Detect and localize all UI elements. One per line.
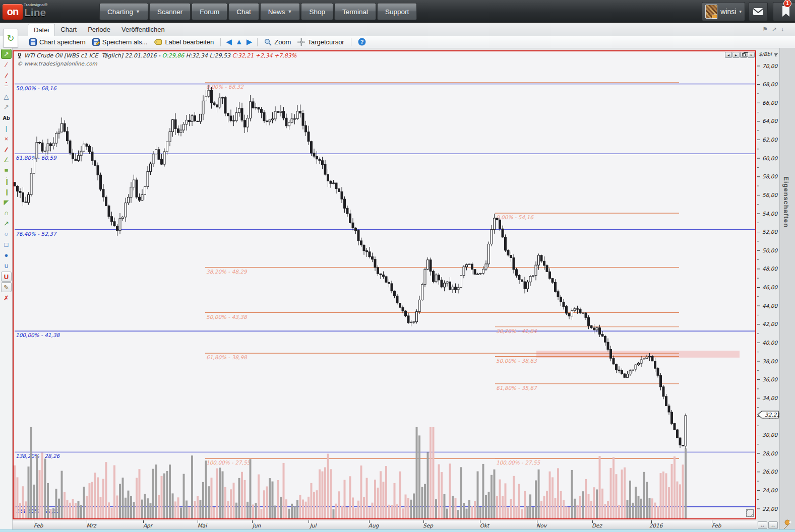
magnet-tool-icon[interactable]: U: [1, 272, 12, 282]
time-axis-label: Mai: [198, 522, 207, 528]
ellipse-tool-icon[interactable]: ○: [0, 229, 13, 239]
help-icon: ?: [358, 38, 366, 46]
fan-lines-tool-icon[interactable]: ∕∕∕: [0, 144, 13, 155]
gann-fan-tool-icon[interactable]: ◤: [0, 197, 13, 208]
download-icon[interactable]: ↓: [781, 26, 784, 33]
save-as-button[interactable]: Speichern als...: [91, 37, 149, 47]
nav-support-button[interactable]: Support: [377, 3, 417, 20]
svg-text:44,00: 44,00: [762, 303, 778, 309]
chart-link-icon: [17, 53, 22, 58]
external-link-icon[interactable]: ↗: [772, 26, 777, 33]
chart-save-button[interactable]: Chart speichern: [28, 37, 87, 47]
toolbar-separator: [351, 38, 351, 46]
menu-bar: DateiChartPeriodeVeröffentlichen ⚑ ↗ ↓: [0, 23, 795, 36]
svg-text:40,00: 40,00: [762, 340, 778, 346]
crossed-lines-tool-icon[interactable]: ×: [0, 134, 13, 144]
flag-icon[interactable]: ⚑: [762, 26, 768, 33]
trend-arrow-tool-icon[interactable]: ↗: [0, 218, 13, 229]
properties-panel-tab[interactable]: Eigenschaften: [779, 48, 795, 532]
svg-text:100,00% - 27,55: 100,00% - 27,55: [496, 459, 541, 466]
title-symbol: WTI Crude Oil [WBS c1 ICE Täglich] 22.01…: [24, 52, 162, 59]
top-nav-bar: Tradesignal® on Line Charting▼ScannerFor…: [0, 0, 795, 23]
floppy-icon: [29, 38, 37, 46]
nav-terminal-button[interactable]: Terminal: [334, 3, 376, 20]
tab-periode[interactable]: Periode: [82, 24, 116, 36]
arrow-tool-icon[interactable]: ↗: [0, 102, 13, 112]
user-name: winsi: [720, 8, 736, 16]
label-edit-button[interactable]: Label bearbeiten: [152, 37, 215, 47]
scroll-left-button[interactable]: ◄: [725, 52, 732, 58]
svg-text:36,00: 36,00: [762, 376, 778, 382]
axis-scale-buttons: ↔ ↔: [758, 521, 778, 529]
nav-right-button[interactable]: ▶: [247, 38, 253, 45]
horizontal-line-tool-icon[interactable]: −•: [0, 81, 13, 91]
toolbar-separator: [257, 38, 258, 46]
vertical-line-tool-icon[interactable]: |: [0, 123, 13, 134]
tab-chart[interactable]: Chart: [55, 24, 82, 36]
svg-text:50,00% - 38,63: 50,00% - 38,63: [496, 358, 537, 364]
targetcursor-button[interactable]: Targetcursor: [296, 37, 345, 47]
chart-resize-handle[interactable]: [746, 509, 754, 517]
pointer-tool-icon[interactable]: ↗: [1, 49, 12, 59]
svg-text:52,00: 52,00: [762, 229, 778, 235]
mail-button[interactable]: [749, 2, 768, 21]
close-window-button[interactable]: ×: [748, 52, 755, 58]
time-axis-label: Feb: [34, 522, 43, 528]
svg-text:46,00: 46,00: [762, 284, 778, 290]
time-axis-label: Jun: [253, 522, 261, 528]
nav-scanner-button[interactable]: Scanner: [149, 3, 191, 20]
settings-wrench-button[interactable]: [780, 519, 794, 530]
time-axis-label: Sep: [423, 522, 433, 528]
trendline-tool-icon[interactable]: ∕: [0, 59, 13, 70]
svg-text:70,00: 70,00: [762, 63, 778, 69]
tab-veröffentlichen[interactable]: Veröffentlichen: [116, 24, 170, 36]
price-axis[interactable]: $/Bbl70,0068,0066,0064,0062,0060,0058,00…: [757, 50, 779, 520]
svg-text:138,20% - 28,26: 138,20% - 28,26: [16, 453, 60, 459]
svg-text:38,20% - 41,84: 38,20% - 41,84: [496, 328, 537, 334]
pencil-tool-icon[interactable]: ✎: [1, 282, 12, 292]
user-menu-button[interactable]: winsi ▾: [702, 2, 745, 21]
expand-axis-button[interactable]: ↔: [768, 521, 778, 529]
nav-shop-button[interactable]: Shop: [301, 3, 333, 20]
bookmark-button[interactable]: 1: [773, 2, 795, 21]
nav-forum-button[interactable]: Forum: [192, 3, 227, 20]
vertical-lines-tool-icon[interactable]: |||: [0, 186, 13, 197]
zoom-button[interactable]: Zoom: [263, 37, 292, 47]
text-tool-icon[interactable]: Ab: [0, 112, 13, 123]
triangle-tool-icon[interactable]: △: [0, 91, 13, 102]
candlestick-chart[interactable]: 50,00% - 68,1661,80% - 60,5976,40% - 52,…: [14, 51, 755, 518]
chart-window[interactable]: 50,00% - 68,1661,80% - 60,5976,40% - 52,…: [13, 50, 756, 519]
nav-left-button[interactable]: ◀: [226, 38, 232, 45]
svg-text:64,00: 64,00: [762, 118, 778, 124]
tab-datei[interactable]: Datei: [28, 24, 55, 36]
delete-tool-icon[interactable]: ✗: [0, 293, 13, 303]
svg-text:60,00: 60,00: [762, 155, 778, 161]
nav-up-button[interactable]: ▲: [235, 38, 243, 45]
scroll-right-button[interactable]: ►: [732, 52, 740, 58]
title-open-value: O:29,86: [162, 52, 184, 59]
arcs-tool-icon[interactable]: ∩: [0, 208, 13, 218]
nav-charting-button[interactable]: Charting▼: [99, 3, 148, 20]
brand-logo[interactable]: Tradesignal® on Line: [3, 2, 78, 22]
refresh-document-icon[interactable]: ↻: [3, 29, 18, 48]
nav-chat-button[interactable]: Chat: [228, 3, 259, 20]
nav-news-button[interactable]: News▼: [260, 3, 300, 20]
semicircle-tool-icon[interactable]: ∪: [0, 260, 13, 271]
circle-tool-icon[interactable]: ●: [0, 250, 13, 260]
time-axis-label: Okt: [480, 522, 489, 528]
time-axis[interactable]: FebMrzAprMaiJunJulAugSepOktNovDez2016Feb: [13, 520, 757, 529]
restore-window-button[interactable]: [740, 52, 747, 58]
fibonacci-retracement-tool-icon[interactable]: ≡: [0, 165, 13, 176]
svg-text:22,00: 22,00: [762, 506, 778, 512]
rectangle-tool-icon[interactable]: □: [0, 239, 13, 250]
help-button[interactable]: ?: [356, 37, 368, 47]
svg-text:68,00: 68,00: [762, 81, 778, 87]
compress-axis-button[interactable]: ↔: [758, 521, 767, 529]
svg-text:100,00% - 41,38: 100,00% - 41,38: [16, 332, 60, 338]
zoom-button-label: Zoom: [274, 38, 291, 46]
label-tag-icon: [154, 39, 162, 45]
angle-tool-icon[interactable]: ∠: [0, 155, 13, 165]
fibonacci-timezones-tool-icon[interactable]: |||·: [0, 176, 13, 186]
svg-text:66,00: 66,00: [762, 100, 778, 106]
parallel-lines-tool-icon[interactable]: ∕∕: [0, 70, 13, 81]
